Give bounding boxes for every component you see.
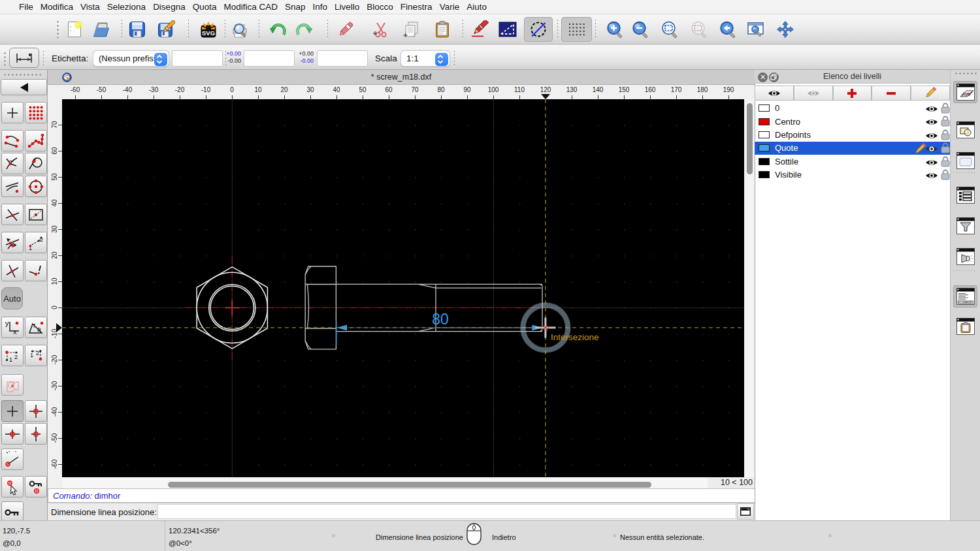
svg-text:80: 80 [432, 311, 449, 328]
svg-text:1: 1 [30, 352, 33, 358]
svg-text:y: y [5, 319, 9, 327]
svg-text:1: 1 [9, 356, 12, 363]
svg-text:a: a [37, 326, 41, 333]
svg-text:2: 2 [14, 354, 18, 360]
svg-text:SVG: SVG [202, 29, 215, 37]
svg-text:> command: > command [959, 301, 972, 304]
svg-text:x: x [13, 328, 17, 336]
svg-text:r: r [33, 322, 36, 329]
svg-text:Intersezione: Intersezione [551, 332, 599, 342]
svg-text:2: 2 [36, 350, 39, 356]
